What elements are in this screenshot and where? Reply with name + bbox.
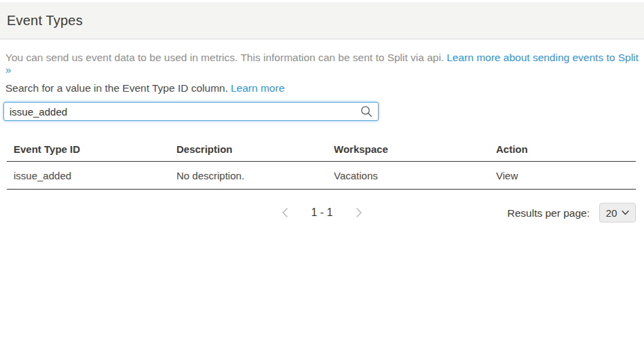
results-per-page-value: 20 <box>606 207 618 219</box>
event-types-page: Event Types You can send us event data t… <box>0 0 644 337</box>
cell-event-type-id: issue_added <box>7 170 170 181</box>
event-types-table: Event Type ID Description Workspace Acti… <box>7 137 636 190</box>
results-per-page-label: Results per page: <box>508 207 590 219</box>
page-title: Event Types <box>7 13 83 29</box>
chevron-down-icon <box>622 211 629 215</box>
column-header-description: Description <box>170 143 327 155</box>
intro-description: You can send us event data to be used in… <box>5 52 444 63</box>
pager: 1 - 1 <box>281 207 362 219</box>
column-header-action: Action <box>489 143 636 155</box>
search-input[interactable] <box>3 102 379 121</box>
view-action-link[interactable]: View <box>496 170 518 181</box>
results-per-page-select[interactable]: 20 <box>599 203 636 223</box>
page-range: 1 - 1 <box>311 207 333 219</box>
cell-workspace: Vacations <box>327 170 489 181</box>
column-header-event-type-id: Event Type ID <box>7 143 170 155</box>
page-header: Event Types <box>0 2 644 39</box>
search-hint-text: Search for a value in the Event Type ID … <box>5 82 228 94</box>
table-header-row: Event Type ID Description Workspace Acti… <box>7 137 636 162</box>
learn-more-link[interactable]: Learn more <box>231 82 284 94</box>
previous-page-icon[interactable] <box>281 207 289 218</box>
cell-description: No description. <box>170 170 327 181</box>
table-row: issue_added No description. Vacations Vi… <box>7 162 636 190</box>
pagination-bar: 1 - 1 Results per page: 20 <box>0 202 644 223</box>
intro-text: You can send us event data to be used in… <box>5 52 644 76</box>
next-page-icon[interactable] <box>355 207 363 218</box>
column-header-workspace: Workspace <box>327 143 489 155</box>
results-per-page: Results per page: 20 <box>508 203 637 223</box>
search-box <box>3 102 379 121</box>
search-hint: Search for a value in the Event Type ID … <box>5 82 644 94</box>
